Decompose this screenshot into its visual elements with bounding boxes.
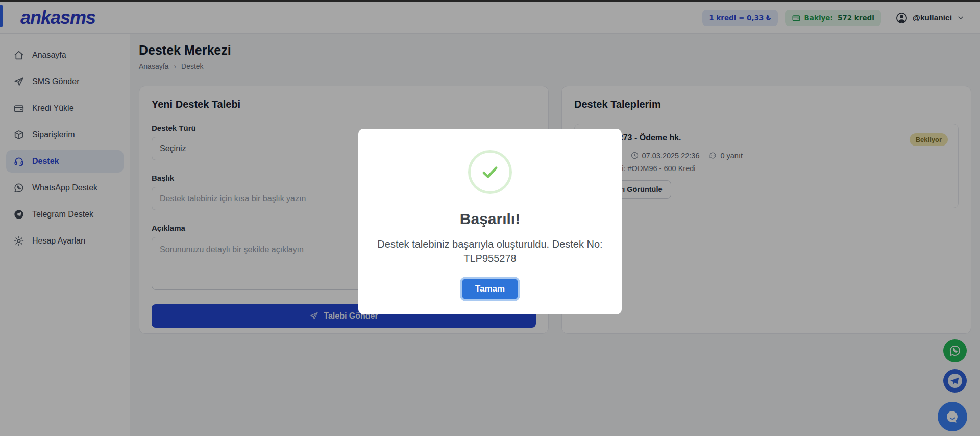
- success-check-icon: [468, 150, 512, 194]
- modal-ok-button[interactable]: Tamam: [462, 279, 518, 299]
- modal-title: Başarılı!: [358, 210, 622, 228]
- modal-message: Destek talebiniz başarıyla oluşturuldu. …: [370, 237, 610, 265]
- success-modal: Başarılı! Destek talebiniz başarıyla olu…: [358, 129, 622, 314]
